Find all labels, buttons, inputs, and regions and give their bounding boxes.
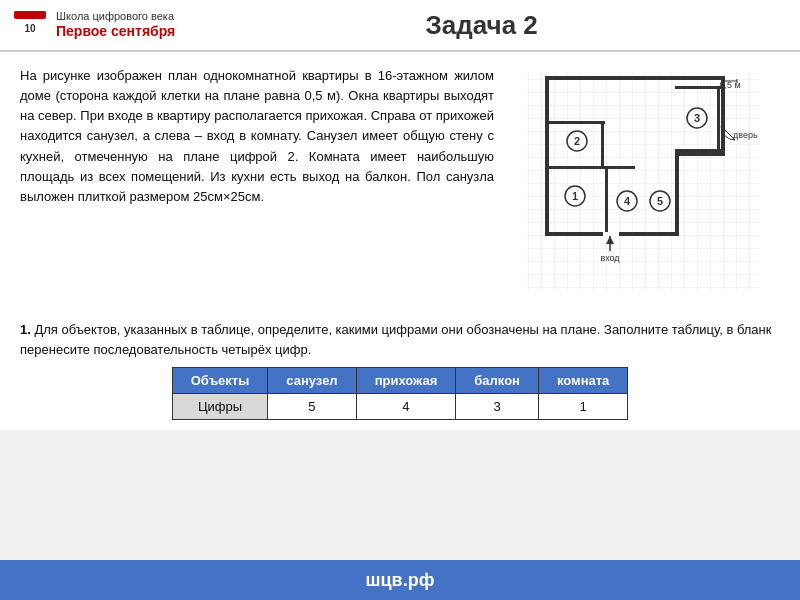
digit-komnata: 1 [538, 394, 627, 420]
col-objects: Объекты [172, 368, 268, 394]
table-header-row: Объекты санузел прихожая балкон комната [172, 368, 628, 394]
svg-rect-5 [545, 76, 549, 236]
svg-rect-16 [717, 86, 720, 152]
svg-text:5: 5 [657, 195, 663, 207]
table-section: Объекты санузел прихожая балкон комната … [0, 363, 800, 430]
col-sanuzl: санузел [268, 368, 356, 394]
digit-sanuzl: 5 [268, 394, 356, 420]
floor-plan-block: 1 2 3 4 5 0,5 м дверь [510, 66, 780, 306]
svg-text:1: 1 [572, 190, 578, 202]
col-balkon: балкон [456, 368, 539, 394]
page-title: Задача 2 [175, 10, 788, 41]
footer-text: шцв.рф [366, 570, 435, 590]
svg-text:10: 10 [24, 23, 36, 34]
svg-rect-6 [545, 76, 725, 80]
col-prikhozh: прихожая [356, 368, 456, 394]
svg-rect-2 [14, 11, 46, 19]
svg-rect-9 [675, 152, 679, 232]
logo-line1: Школа цифрового века [56, 10, 175, 23]
question-text: Для объектов, указанных в таблице, опред… [20, 322, 771, 357]
digit-prikhozh: 4 [356, 394, 456, 420]
svg-text:3: 3 [694, 112, 700, 124]
svg-text:дверь: дверь [733, 130, 758, 140]
digit-balkon: 3 [456, 394, 539, 420]
svg-text:4: 4 [624, 195, 631, 207]
floor-plan-svg: 1 2 3 4 5 0,5 м дверь [515, 66, 775, 306]
svg-text:2: 2 [574, 135, 580, 147]
row-label: Цифры [172, 394, 268, 420]
logo-text: Школа цифрового века Первое сентября [56, 10, 175, 40]
svg-rect-12 [605, 166, 608, 236]
logo: 10 Школа цифрового века Первое сентября [12, 7, 175, 43]
header: 10 Школа цифрового века Первое сентября … [0, 0, 800, 52]
svg-rect-8 [675, 152, 725, 156]
main-content: На рисунке изображен план однокомнатной … [0, 52, 800, 314]
description-text: На рисунке изображен план однокомнатной … [20, 66, 494, 306]
task-question: 1. Для объектов, указанных в таблице, оп… [0, 314, 800, 363]
svg-rect-11 [545, 166, 635, 169]
answer-table: Объекты санузел прихожая балкон комната … [172, 367, 629, 420]
svg-rect-15 [675, 86, 721, 89]
col-komnata: комната [538, 368, 627, 394]
svg-rect-17 [675, 149, 721, 152]
svg-rect-14 [601, 121, 604, 169]
floor-plan: 1 2 3 4 5 0,5 м дверь [515, 66, 775, 306]
logo-line2: Первое сентября [56, 23, 175, 40]
svg-rect-13 [545, 121, 605, 124]
footer: шцв.рф [0, 560, 800, 600]
table-row: Цифры 5 4 3 1 [172, 394, 628, 420]
svg-text:вход: вход [600, 253, 620, 263]
svg-rect-37 [603, 232, 619, 236]
question-label: 1. [20, 322, 31, 337]
calendar-icon: 10 [12, 7, 48, 43]
